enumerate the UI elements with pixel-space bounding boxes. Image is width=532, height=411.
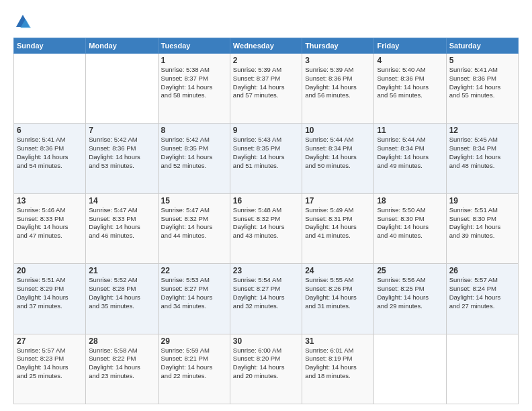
calendar-cell: 1Sunrise: 5:38 AM Sunset: 8:37 PM Daylig… bbox=[158, 54, 230, 124]
day-info: Sunrise: 5:57 AM Sunset: 8:23 PM Dayligh… bbox=[17, 347, 83, 381]
day-info: Sunrise: 5:42 AM Sunset: 8:36 PM Dayligh… bbox=[89, 136, 154, 170]
day-info: Sunrise: 5:41 AM Sunset: 8:36 PM Dayligh… bbox=[17, 136, 83, 170]
day-info: Sunrise: 6:00 AM Sunset: 8:20 PM Dayligh… bbox=[233, 347, 299, 381]
calendar-cell: 20Sunrise: 5:51 AM Sunset: 8:29 PM Dayli… bbox=[14, 264, 86, 334]
calendar-cell: 24Sunrise: 5:55 AM Sunset: 8:26 PM Dayli… bbox=[302, 264, 374, 334]
day-number: 9 bbox=[233, 126, 299, 135]
calendar-cell: 8Sunrise: 5:42 AM Sunset: 8:35 PM Daylig… bbox=[158, 124, 230, 193]
calendar-cell bbox=[446, 334, 518, 404]
day-number: 31 bbox=[305, 336, 371, 346]
day-info: Sunrise: 5:39 AM Sunset: 8:37 PM Dayligh… bbox=[233, 66, 299, 100]
day-number: 12 bbox=[449, 126, 515, 135]
weekday-header-row: SundayMondayTuesdayWednesdayThursdayFrid… bbox=[14, 38, 519, 54]
page: SundayMondayTuesdayWednesdayThursdayFrid… bbox=[0, 0, 532, 411]
day-number: 21 bbox=[89, 266, 154, 275]
day-info: Sunrise: 5:52 AM Sunset: 8:28 PM Dayligh… bbox=[89, 276, 154, 310]
day-number: 17 bbox=[305, 196, 371, 205]
weekday-header-sunday: Sunday bbox=[14, 38, 86, 54]
calendar-cell: 23Sunrise: 5:54 AM Sunset: 8:27 PM Dayli… bbox=[230, 264, 302, 334]
day-info: Sunrise: 5:41 AM Sunset: 8:36 PM Dayligh… bbox=[449, 66, 515, 100]
day-info: Sunrise: 5:48 AM Sunset: 8:32 PM Dayligh… bbox=[233, 206, 299, 240]
day-info: Sunrise: 5:42 AM Sunset: 8:35 PM Dayligh… bbox=[161, 136, 227, 170]
day-info: Sunrise: 5:40 AM Sunset: 8:36 PM Dayligh… bbox=[377, 66, 443, 100]
calendar-cell: 25Sunrise: 5:56 AM Sunset: 8:25 PM Dayli… bbox=[374, 264, 446, 334]
day-info: Sunrise: 5:44 AM Sunset: 8:34 PM Dayligh… bbox=[305, 136, 371, 170]
day-number: 20 bbox=[17, 266, 83, 275]
calendar-cell: 4Sunrise: 5:40 AM Sunset: 8:36 PM Daylig… bbox=[374, 54, 446, 124]
day-number: 2 bbox=[233, 56, 299, 65]
day-number: 10 bbox=[305, 126, 371, 135]
day-info: Sunrise: 5:57 AM Sunset: 8:24 PM Dayligh… bbox=[449, 276, 515, 310]
week-row-2: 6Sunrise: 5:41 AM Sunset: 8:36 PM Daylig… bbox=[14, 124, 519, 193]
calendar-cell: 30Sunrise: 6:00 AM Sunset: 8:20 PM Dayli… bbox=[230, 334, 302, 404]
day-number: 14 bbox=[89, 196, 154, 205]
calendar-cell: 16Sunrise: 5:48 AM Sunset: 8:32 PM Dayli… bbox=[230, 193, 302, 263]
day-info: Sunrise: 5:46 AM Sunset: 8:33 PM Dayligh… bbox=[17, 206, 83, 240]
day-number: 11 bbox=[377, 126, 443, 135]
day-number: 23 bbox=[233, 266, 299, 275]
day-info: Sunrise: 5:39 AM Sunset: 8:36 PM Dayligh… bbox=[305, 66, 371, 100]
calendar-cell: 28Sunrise: 5:58 AM Sunset: 8:22 PM Dayli… bbox=[86, 334, 158, 404]
calendar-cell: 3Sunrise: 5:39 AM Sunset: 8:36 PM Daylig… bbox=[302, 54, 374, 124]
calendar-cell: 12Sunrise: 5:45 AM Sunset: 8:34 PM Dayli… bbox=[446, 124, 518, 193]
calendar-cell: 18Sunrise: 5:50 AM Sunset: 8:30 PM Dayli… bbox=[374, 193, 446, 263]
weekday-header-friday: Friday bbox=[374, 38, 446, 54]
day-number: 1 bbox=[161, 56, 227, 65]
logo bbox=[13, 12, 35, 31]
day-number: 15 bbox=[161, 196, 227, 205]
day-number: 29 bbox=[161, 336, 227, 346]
weekday-header-wednesday: Wednesday bbox=[230, 38, 302, 54]
day-info: Sunrise: 5:58 AM Sunset: 8:22 PM Dayligh… bbox=[89, 347, 154, 381]
calendar-cell: 13Sunrise: 5:46 AM Sunset: 8:33 PM Dayli… bbox=[14, 193, 86, 263]
day-number: 13 bbox=[17, 196, 83, 205]
day-info: Sunrise: 5:38 AM Sunset: 8:37 PM Dayligh… bbox=[161, 66, 227, 100]
day-number: 30 bbox=[233, 336, 299, 346]
weekday-header-tuesday: Tuesday bbox=[158, 38, 230, 54]
day-info: Sunrise: 5:47 AM Sunset: 8:33 PM Dayligh… bbox=[89, 206, 154, 240]
calendar-cell: 14Sunrise: 5:47 AM Sunset: 8:33 PM Dayli… bbox=[86, 193, 158, 263]
day-number: 5 bbox=[449, 56, 515, 65]
day-info: Sunrise: 5:47 AM Sunset: 8:32 PM Dayligh… bbox=[161, 206, 227, 240]
day-info: Sunrise: 5:51 AM Sunset: 8:30 PM Dayligh… bbox=[449, 206, 515, 240]
calendar-cell: 10Sunrise: 5:44 AM Sunset: 8:34 PM Dayli… bbox=[302, 124, 374, 193]
calendar-cell: 17Sunrise: 5:49 AM Sunset: 8:31 PM Dayli… bbox=[302, 193, 374, 263]
calendar-cell: 31Sunrise: 6:01 AM Sunset: 8:19 PM Dayli… bbox=[302, 334, 374, 404]
day-info: Sunrise: 5:44 AM Sunset: 8:34 PM Dayligh… bbox=[377, 136, 443, 170]
day-info: Sunrise: 5:59 AM Sunset: 8:21 PM Dayligh… bbox=[161, 347, 227, 381]
calendar-cell: 21Sunrise: 5:52 AM Sunset: 8:28 PM Dayli… bbox=[86, 264, 158, 334]
day-number: 7 bbox=[89, 126, 154, 135]
weekday-header-monday: Monday bbox=[86, 38, 158, 54]
day-number: 22 bbox=[161, 266, 227, 275]
week-row-5: 27Sunrise: 5:57 AM Sunset: 8:23 PM Dayli… bbox=[14, 334, 519, 404]
day-info: Sunrise: 5:56 AM Sunset: 8:25 PM Dayligh… bbox=[377, 276, 443, 310]
day-number: 8 bbox=[161, 126, 227, 135]
calendar-cell: 29Sunrise: 5:59 AM Sunset: 8:21 PM Dayli… bbox=[158, 334, 230, 404]
day-number: 19 bbox=[449, 196, 515, 205]
week-row-4: 20Sunrise: 5:51 AM Sunset: 8:29 PM Dayli… bbox=[14, 264, 519, 334]
calendar-cell: 27Sunrise: 5:57 AM Sunset: 8:23 PM Dayli… bbox=[14, 334, 86, 404]
calendar-cell: 6Sunrise: 5:41 AM Sunset: 8:36 PM Daylig… bbox=[14, 124, 86, 193]
day-number: 24 bbox=[305, 266, 371, 275]
day-info: Sunrise: 5:50 AM Sunset: 8:30 PM Dayligh… bbox=[377, 206, 443, 240]
calendar-cell bbox=[374, 334, 446, 404]
week-row-1: 1Sunrise: 5:38 AM Sunset: 8:37 PM Daylig… bbox=[14, 54, 519, 124]
calendar-cell: 9Sunrise: 5:43 AM Sunset: 8:35 PM Daylig… bbox=[230, 124, 302, 193]
day-number: 3 bbox=[305, 56, 371, 65]
weekday-header-saturday: Saturday bbox=[446, 38, 518, 54]
day-info: Sunrise: 5:45 AM Sunset: 8:34 PM Dayligh… bbox=[449, 136, 515, 170]
day-info: Sunrise: 5:49 AM Sunset: 8:31 PM Dayligh… bbox=[305, 206, 371, 240]
calendar-cell: 2Sunrise: 5:39 AM Sunset: 8:37 PM Daylig… bbox=[230, 54, 302, 124]
day-number: 26 bbox=[449, 266, 515, 275]
day-number: 28 bbox=[89, 336, 154, 346]
weekday-header-thursday: Thursday bbox=[302, 38, 374, 54]
day-number: 16 bbox=[233, 196, 299, 205]
week-row-3: 13Sunrise: 5:46 AM Sunset: 8:33 PM Dayli… bbox=[14, 193, 519, 263]
header bbox=[13, 12, 519, 31]
day-number: 25 bbox=[377, 266, 443, 275]
calendar-cell: 19Sunrise: 5:51 AM Sunset: 8:30 PM Dayli… bbox=[446, 193, 518, 263]
logo-icon bbox=[13, 12, 32, 31]
day-info: Sunrise: 5:53 AM Sunset: 8:27 PM Dayligh… bbox=[161, 276, 227, 310]
calendar-table: SundayMondayTuesdayWednesdayThursdayFrid… bbox=[13, 38, 519, 404]
calendar-cell: 22Sunrise: 5:53 AM Sunset: 8:27 PM Dayli… bbox=[158, 264, 230, 334]
calendar-cell: 26Sunrise: 5:57 AM Sunset: 8:24 PM Dayli… bbox=[446, 264, 518, 334]
